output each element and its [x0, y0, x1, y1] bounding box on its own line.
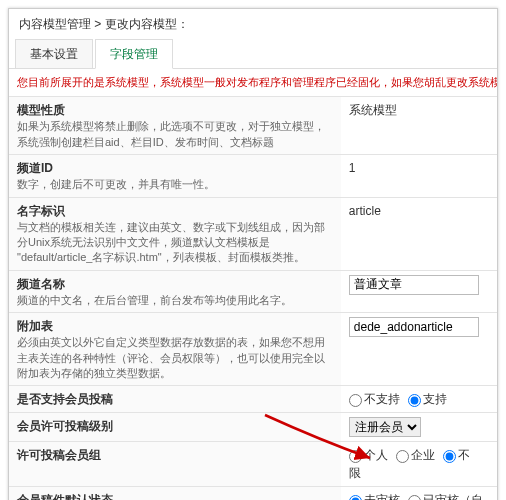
label-channel-id: 频道ID	[17, 159, 333, 177]
label-member-post: 是否支持会员投稿	[17, 390, 333, 408]
radio-reviewed[interactable]	[408, 495, 421, 500]
radio-no-post[interactable]	[349, 394, 362, 407]
label-name-tag: 名字标识	[17, 202, 333, 220]
breadcrumb: 内容模型管理 > 更改内容模型：	[9, 9, 497, 39]
select-member-level[interactable]: 注册会员	[349, 417, 421, 437]
value-name-tag: article	[341, 197, 497, 270]
radio-personal[interactable]	[349, 450, 362, 463]
main-panel: 内容模型管理 > 更改内容模型： 基本设置 字段管理 您目前所展开的是系统模型，…	[8, 8, 498, 500]
radio-company[interactable]	[396, 450, 409, 463]
tabs: 基本设置 字段管理	[9, 39, 497, 69]
label-channel-name: 频道名称	[17, 275, 333, 293]
tab-fields[interactable]: 字段管理	[95, 39, 173, 69]
input-addon-table[interactable]	[349, 317, 479, 337]
radio-yes-post[interactable]	[408, 394, 421, 407]
tab-basic[interactable]: 基本设置	[15, 39, 93, 68]
breadcrumb-item[interactable]: 内容模型管理	[19, 17, 91, 31]
breadcrumb-current: 更改内容模型：	[105, 17, 189, 31]
input-channel-name[interactable]	[349, 275, 479, 295]
warning-text: 您目前所展开的是系统模型，系统模型一般对发布程序和管理程序已经固化，如果您胡乱更…	[9, 69, 497, 96]
label-default-status: 会员稿件默认状态	[17, 491, 333, 500]
label-addon-table: 附加表	[17, 317, 333, 335]
radio-unlimited[interactable]	[443, 450, 456, 463]
radio-unreviewed[interactable]	[349, 495, 362, 500]
label-member-type: 许可投稿会员组	[17, 446, 333, 464]
form-table: 模型性质如果为系统模型将禁止删除，此选项不可更改，对于独立模型，系统强制创建栏目…	[9, 96, 497, 500]
label-member-level: 会员许可投稿级别	[17, 417, 333, 435]
value-channel-id: 1	[341, 155, 497, 197]
value-model-type: 系统模型	[341, 97, 497, 155]
label-model-type: 模型性质	[17, 101, 333, 119]
